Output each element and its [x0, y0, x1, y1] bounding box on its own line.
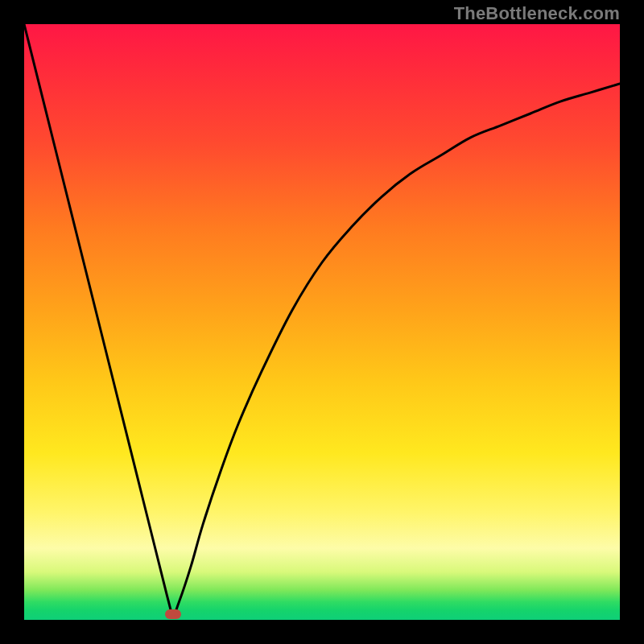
watermark-text: TheBottleneck.com — [454, 3, 620, 24]
chart-frame: TheBottleneck.com — [0, 0, 644, 644]
min-marker — [165, 609, 181, 619]
bottleneck-curve — [24, 24, 620, 620]
curve-path — [24, 24, 620, 614]
plot-area — [24, 24, 620, 620]
